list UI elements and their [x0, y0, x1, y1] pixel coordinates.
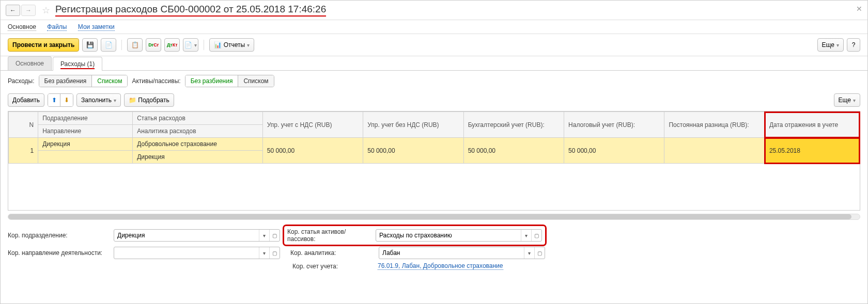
move-up-button[interactable]: ⬆ [48, 94, 60, 106]
cell-direction[interactable] [38, 151, 133, 164]
col-mgmt-vat[interactable]: Упр. учет с НДС (RUB) [262, 112, 363, 138]
kor-anal-input[interactable] [379, 247, 524, 259]
nav-back-button[interactable]: ← [6, 5, 20, 16]
reports-button[interactable]: Отчеты [209, 38, 254, 52]
kor-dir-label: Кор. направление деятельности: [8, 249, 109, 257]
pick-label: Подобрать [138, 97, 169, 104]
cell-n[interactable]: 1 [9, 138, 38, 164]
kor-dep-label: Кор. подразделение: [8, 232, 109, 239]
open-icon[interactable]: ▢ [269, 230, 280, 241]
fill-button[interactable]: Заполнить [76, 93, 121, 107]
kor-dir-input[interactable] [114, 247, 259, 259]
close-icon[interactable]: ✕ [856, 5, 862, 13]
kor-art-input[interactable] [376, 230, 521, 241]
col-department[interactable]: Подразделение [38, 112, 133, 125]
col-analytics[interactable]: Аналитика расходов [133, 125, 263, 138]
open-icon[interactable]: ▢ [269, 247, 280, 259]
col-accounting[interactable]: Бухгалтерский учет (RUB): [463, 112, 564, 138]
link-main[interactable]: Основное [8, 23, 36, 31]
page-title: Регистрация расходов СБ00-000002 от 25.0… [55, 4, 326, 17]
cell-diff[interactable] [664, 138, 765, 164]
expenses-no-split-button[interactable]: Без разбиения [39, 75, 92, 87]
help-button[interactable]: ? [847, 38, 860, 52]
table-empty-area [8, 164, 860, 210]
cell-accounting[interactable]: 50 000,00 [463, 138, 564, 164]
app-window: ← → ☆ Регистрация расходов СБ00-000002 о… [0, 0, 868, 304]
col-article[interactable]: Статья расходов [133, 112, 263, 125]
assets-split-toggle: Без разбиения Списком [185, 75, 274, 87]
more-button[interactable]: Еще [817, 38, 844, 52]
section-links: Основное Файлы Мои заметки [1, 20, 867, 34]
create-based-button[interactable]: 📄 [183, 38, 198, 52]
cell-mgmt-novat[interactable]: 50 000,00 [363, 138, 463, 164]
kor-dep-input[interactable] [114, 230, 259, 241]
list-icon [131, 41, 139, 49]
create-icon: 📄 [184, 41, 192, 49]
cell-mgmt-vat[interactable]: 50 000,00 [262, 138, 363, 164]
move-down-button[interactable]: ⬇ [60, 94, 73, 106]
footer-form: Кор. подразделение: ▾ ▢ Кор. статья акти… [1, 225, 867, 278]
horizontal-scrollbar[interactable] [8, 214, 860, 220]
kor-art-label: Кор. статья активов/пассивов: [287, 228, 373, 243]
tab-main[interactable]: Основное [8, 56, 52, 70]
expenses-list-button[interactable]: Списком [92, 75, 127, 87]
kor-dir-input-group: ▾ ▢ [114, 247, 280, 259]
col-mgmt-novat[interactable]: Упр. учет без НДС (RUB) [363, 112, 463, 138]
link-notes[interactable]: Мои заметки [78, 23, 115, 31]
table-row[interactable]: 1 Дирекция Добровольное страхование 50 0… [9, 138, 860, 151]
cell-tax[interactable]: 50 000,00 [564, 138, 664, 164]
document-check-icon [105, 41, 113, 49]
kor-anal-input-group: ▾ ▢ [379, 247, 545, 259]
post-and-close-button[interactable]: Провести и закрыть [8, 38, 79, 52]
cell-article[interactable]: Добровольное страхование [133, 138, 263, 151]
move-row-buttons: ⬆ ⬇ [48, 93, 73, 107]
assets-list-button[interactable]: Списком [238, 75, 273, 87]
scrollbar-thumb[interactable] [8, 214, 851, 219]
report-icon [214, 41, 222, 49]
post-button[interactable] [101, 38, 116, 52]
open-icon[interactable]: ▢ [531, 230, 541, 241]
col-n[interactable]: N [9, 112, 38, 138]
expenses-split-toggle: Без разбиения Списком [39, 75, 128, 87]
tabs: Основное Расходы (1) [1, 56, 867, 71]
open-icon[interactable]: ▢ [534, 247, 545, 259]
col-direction[interactable]: Направление [38, 125, 133, 138]
kor-dep-input-group: ▾ ▢ [114, 229, 280, 242]
structure-button[interactable] [127, 38, 143, 52]
filter-row: Расходы: Без разбиения Списком Активы/па… [1, 71, 867, 91]
tab-expenses[interactable]: Расходы (1) [53, 57, 102, 71]
favorite-star-icon[interactable]: ☆ [42, 5, 50, 16]
dropdown-icon[interactable]: ▾ [259, 247, 269, 259]
tab-expenses-label: Расходы (1) [60, 60, 95, 69]
cell-analytics[interactable]: Дирекция [133, 151, 263, 164]
drcr-button[interactable]: DrCr [146, 38, 161, 52]
expenses-filter-label: Расходы: [8, 77, 35, 85]
cell-date[interactable]: 25.05.2018 [765, 138, 859, 164]
dropdown-icon[interactable]: ▾ [259, 230, 269, 241]
expenses-table: N Подразделение Статья расходов Упр. уче… [8, 111, 860, 211]
table-more-button[interactable]: Еще [834, 93, 860, 107]
main-toolbar: Провести и закрыть DrCr ДтКт 📄 Отчеты Ещ… [1, 34, 867, 56]
link-files[interactable]: Файлы [47, 23, 67, 31]
separator [121, 40, 122, 50]
save-button[interactable] [82, 38, 98, 52]
kor-acc-label: Кор. счет учета: [287, 263, 373, 270]
col-diff[interactable]: Постоянная разница (RUB): [664, 112, 765, 138]
nav-forward-button[interactable]: → [21, 5, 36, 16]
kor-acc-link[interactable]: 76.01.9, Лабан, Добровольное страхование [378, 262, 503, 270]
kor-art-input-group: ▾ ▢ [376, 229, 542, 242]
cell-department[interactable]: Дирекция [38, 138, 133, 151]
col-date[interactable]: Дата отражения в учете [765, 112, 859, 138]
assets-filter-label: Активы/пассивы: [132, 77, 180, 85]
dropdown-icon[interactable]: ▾ [524, 247, 534, 259]
header-bar: ← → ☆ Регистрация расходов СБ00-000002 о… [1, 1, 867, 20]
dropdown-icon[interactable]: ▾ [521, 230, 531, 241]
separator [204, 40, 204, 50]
pick-button[interactable]: Подобрать [124, 93, 174, 107]
assets-no-split-button[interactable]: Без разбиения [185, 75, 239, 87]
add-row-button[interactable]: Добавить [8, 93, 44, 107]
reports-label: Отчеты [224, 41, 245, 49]
table-toolbar: Добавить ⬆ ⬇ Заполнить Подобрать Еще [1, 91, 867, 111]
col-tax[interactable]: Налоговый учет (RUB): [564, 112, 664, 138]
dtkt-button[interactable]: ДтКт [164, 38, 180, 52]
